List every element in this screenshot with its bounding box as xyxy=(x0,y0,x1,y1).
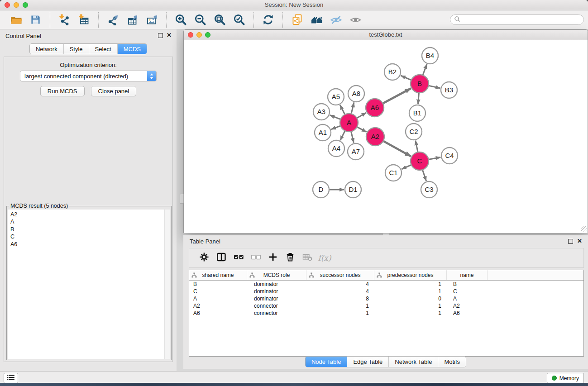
export-network-button[interactable] xyxy=(103,12,123,28)
table-row[interactable]: Bdominator41B xyxy=(189,281,583,288)
mcds-result-item[interactable]: A xyxy=(8,218,165,225)
graph-edge[interactable] xyxy=(423,170,426,181)
tab-motifs[interactable]: Motifs xyxy=(438,357,466,367)
table-row[interactable]: A6connector11A6 xyxy=(189,310,583,317)
graph-node[interactable]: C4 xyxy=(441,148,458,164)
graph-node[interactable]: A1 xyxy=(315,124,331,141)
graph-node[interactable]: C1 xyxy=(385,165,402,181)
column-header-successor-nodes[interactable]: successor nodes xyxy=(306,270,374,280)
save-session-button[interactable] xyxy=(26,12,45,28)
graph-node[interactable]: A8 xyxy=(348,86,364,102)
graph-edge[interactable] xyxy=(340,105,344,114)
tab-style[interactable]: Style xyxy=(63,44,89,54)
graph-edge[interactable] xyxy=(423,64,427,75)
run-mcds-button[interactable]: Run MCDS xyxy=(40,86,85,96)
svg-text:C3: C3 xyxy=(425,186,433,193)
graph-node[interactable]: D1 xyxy=(345,181,361,198)
deselect-all-button[interactable] xyxy=(247,250,264,266)
task-history-button[interactable] xyxy=(4,373,18,383)
graph-node[interactable]: C3 xyxy=(421,181,437,198)
graph-node[interactable]: A3 xyxy=(313,104,330,120)
tab-node-table[interactable]: Node Table xyxy=(306,357,347,367)
graph-node[interactable]: B2 xyxy=(384,64,401,80)
tab-network[interactable]: Network xyxy=(30,44,63,54)
select-all-button[interactable] xyxy=(230,250,247,266)
zoom-selected-button[interactable] xyxy=(229,12,249,28)
graph-node[interactable]: A6 xyxy=(366,99,384,117)
mcds-result-item[interactable]: B xyxy=(8,226,165,233)
graph-node[interactable]: A xyxy=(340,114,358,132)
graph-node[interactable]: A2 xyxy=(366,128,384,146)
tab-select[interactable]: Select xyxy=(89,44,117,54)
graph-edge[interactable] xyxy=(383,141,411,156)
table-row[interactable]: A2connector11A2 xyxy=(189,302,583,310)
search-field[interactable] xyxy=(450,14,584,25)
table-row[interactable]: Cdominator41C xyxy=(189,288,583,295)
mcds-list-scrollbar[interactable] xyxy=(164,210,170,359)
column-header-name[interactable]: name xyxy=(447,270,488,280)
float-panel-icon[interactable] xyxy=(158,33,163,38)
add-row-button[interactable] xyxy=(264,250,282,266)
vertical-splitter-handle[interactable] xyxy=(180,194,184,204)
resize-grip-icon[interactable] xyxy=(581,226,587,232)
graph-edge[interactable] xyxy=(418,93,419,104)
delete-row-button[interactable] xyxy=(282,250,299,266)
import-table-button[interactable] xyxy=(74,12,94,28)
export-table-button[interactable] xyxy=(123,12,142,28)
search-input[interactable] xyxy=(463,16,580,24)
graph-edge[interactable] xyxy=(330,115,340,119)
column-header-mcds-role[interactable]: MCDS role xyxy=(247,270,306,280)
graph-edge[interactable] xyxy=(351,132,354,143)
graph-node[interactable]: B3 xyxy=(441,82,457,98)
open-session-button[interactable] xyxy=(6,12,26,28)
graph-node[interactable]: A7 xyxy=(348,143,364,160)
criterion-select[interactable]: largest connected component (directed) xyxy=(20,71,157,81)
mcds-result-item[interactable]: A6 xyxy=(8,241,165,248)
network-canvas[interactable]: AA1A2A3A4A5A6A7A8BB1B2B3B4CC1C2C3C4DD1 xyxy=(184,40,588,233)
graph-edge[interactable] xyxy=(416,141,418,152)
refresh-button[interactable] xyxy=(258,12,278,28)
float-panel-icon[interactable] xyxy=(568,239,573,244)
show-eye-button[interactable] xyxy=(346,12,365,28)
zoom-in-button[interactable] xyxy=(171,12,191,28)
tab-mcds[interactable]: MCDS xyxy=(117,44,147,54)
tab-edge-table[interactable]: Edge Table xyxy=(347,357,388,367)
close-panel-icon[interactable]: ✕ xyxy=(167,32,172,38)
table-row[interactable]: Adominator80A xyxy=(189,295,583,302)
home-button[interactable] xyxy=(307,12,326,28)
column-layout-button[interactable] xyxy=(213,250,230,266)
table-settings-button[interactable] xyxy=(196,250,213,266)
zoom-fit-button[interactable] xyxy=(210,12,229,28)
mcds-result-item[interactable]: C xyxy=(8,233,165,240)
graph-edge[interactable] xyxy=(429,86,440,88)
graph-node[interactable]: A4 xyxy=(328,140,344,157)
graph-edge[interactable] xyxy=(340,131,345,140)
graph-edge[interactable] xyxy=(402,165,411,169)
zoom-out-button[interactable] xyxy=(191,12,210,28)
import-network-button[interactable] xyxy=(55,12,74,28)
close-panel-icon[interactable]: ✕ xyxy=(577,238,582,244)
duplicate-network-button[interactable] xyxy=(287,12,307,28)
export-image-button[interactable] xyxy=(142,12,162,28)
graph-edge[interactable] xyxy=(383,88,411,103)
graph-edge[interactable] xyxy=(429,157,441,160)
graph-edge[interactable] xyxy=(358,127,367,132)
tab-network-table[interactable]: Network Table xyxy=(388,357,438,367)
close-panel-button[interactable]: Close panel xyxy=(91,86,137,96)
graph-node[interactable]: A5 xyxy=(328,89,344,105)
column-header-shared-name[interactable]: shared name xyxy=(189,270,247,280)
graph-node[interactable]: C xyxy=(411,152,429,170)
graph-edge[interactable] xyxy=(331,126,340,129)
graph-edge[interactable] xyxy=(401,76,411,80)
memory-button[interactable]: Memory xyxy=(547,373,584,383)
graph-node[interactable]: B4 xyxy=(422,48,438,64)
graph-node[interactable]: D xyxy=(313,181,329,198)
graph-edge[interactable] xyxy=(357,113,366,118)
mcds-result-item[interactable]: A2 xyxy=(8,210,165,218)
hide-eye-button[interactable] xyxy=(326,12,346,28)
graph-node[interactable]: C2 xyxy=(406,124,422,140)
graph-edge[interactable] xyxy=(351,102,354,113)
column-header-predecessor-nodes[interactable]: predecessor nodes xyxy=(374,270,447,280)
graph-node[interactable]: B xyxy=(411,75,429,93)
graph-node[interactable]: B1 xyxy=(409,105,425,121)
